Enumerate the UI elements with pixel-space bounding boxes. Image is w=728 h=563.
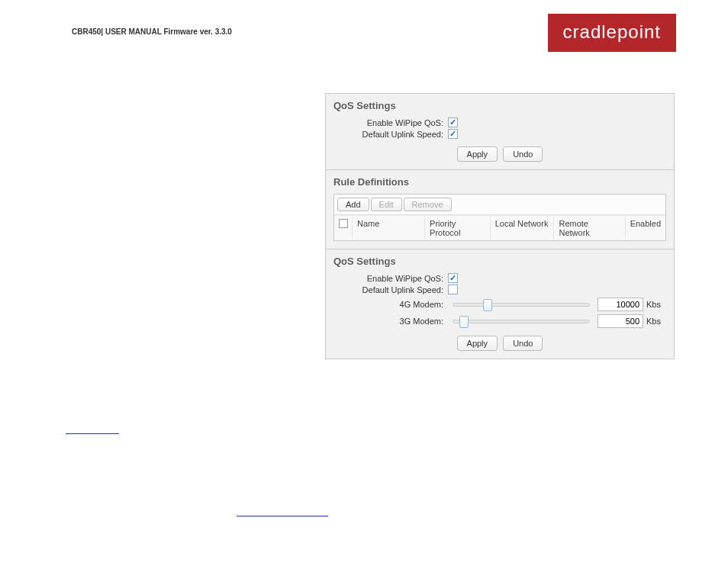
modem-4g-label: 4G Modem: xyxy=(333,300,448,309)
section-title-rules: Rule Definitions xyxy=(333,176,666,188)
column-name[interactable]: Name xyxy=(353,216,425,240)
modem-4g-input[interactable] xyxy=(598,298,643,311)
remove-button[interactable]: Remove xyxy=(404,198,452,211)
modem-4g-unit: Kbs xyxy=(646,300,661,309)
modem-3g-unit: Kbs xyxy=(646,317,661,326)
section-title-qos2: QoS Settings xyxy=(333,256,666,267)
select-all-checkbox[interactable] xyxy=(334,216,353,240)
config-panel: QoS Settings Enable WiPipe QoS: Default … xyxy=(325,93,675,359)
column-local[interactable]: Local Network xyxy=(491,216,555,240)
brand-logo: cradlepoint xyxy=(548,14,676,52)
qos-section-2: QoS Settings Enable WiPipe QoS: Default … xyxy=(326,249,674,359)
apply-button[interactable]: Apply xyxy=(457,146,498,162)
grid-header: Name Priority Protocol Local Network Rem… xyxy=(334,215,665,240)
document-title: CBR450| USER MANUAL Firmware ver. 3.3.0 xyxy=(72,27,232,36)
qos-section-1: QoS Settings Enable WiPipe QoS: Default … xyxy=(326,94,674,170)
add-button[interactable]: Add xyxy=(337,198,369,211)
default-uplink-checkbox[interactable] xyxy=(448,129,458,139)
enable-qos-label: Enable WiPipe QoS: xyxy=(333,118,448,127)
modem-4g-thumb[interactable] xyxy=(483,299,492,311)
default-uplink-checkbox-2[interactable] xyxy=(448,285,458,294)
enable-qos-checkbox[interactable] xyxy=(448,117,458,127)
modem-4g-slider[interactable] xyxy=(453,299,590,310)
column-enabled[interactable]: Enabled xyxy=(626,216,665,240)
default-uplink-label-2: Default Uplink Speed: xyxy=(333,285,448,294)
link-underline-1 xyxy=(66,433,119,434)
modem-3g-thumb[interactable] xyxy=(459,316,469,328)
link-underline-2 xyxy=(237,516,328,516)
modem-3g-slider[interactable] xyxy=(453,316,590,327)
enable-qos-checkbox-2[interactable] xyxy=(448,273,458,283)
section-title-qos1: QoS Settings xyxy=(333,100,666,111)
edit-button[interactable]: Edit xyxy=(371,198,402,211)
column-priority[interactable]: Priority Protocol xyxy=(425,216,491,240)
rule-grid: Add Edit Remove Name Priority Protocol L… xyxy=(333,194,666,241)
column-remote[interactable]: Remote Network xyxy=(554,216,625,240)
undo-button-2[interactable]: Undo xyxy=(503,336,543,351)
modem-3g-input[interactable] xyxy=(598,314,643,328)
enable-qos-label-2: Enable WiPipe QoS: xyxy=(333,274,448,283)
modem-3g-label: 3G Modem: xyxy=(333,317,448,326)
rule-definitions-section: Rule Definitions Add Edit Remove Name Pr… xyxy=(326,170,674,249)
apply-button-2[interactable]: Apply xyxy=(457,336,498,351)
undo-button[interactable]: Undo xyxy=(503,146,543,162)
default-uplink-label: Default Uplink Speed: xyxy=(333,130,448,139)
